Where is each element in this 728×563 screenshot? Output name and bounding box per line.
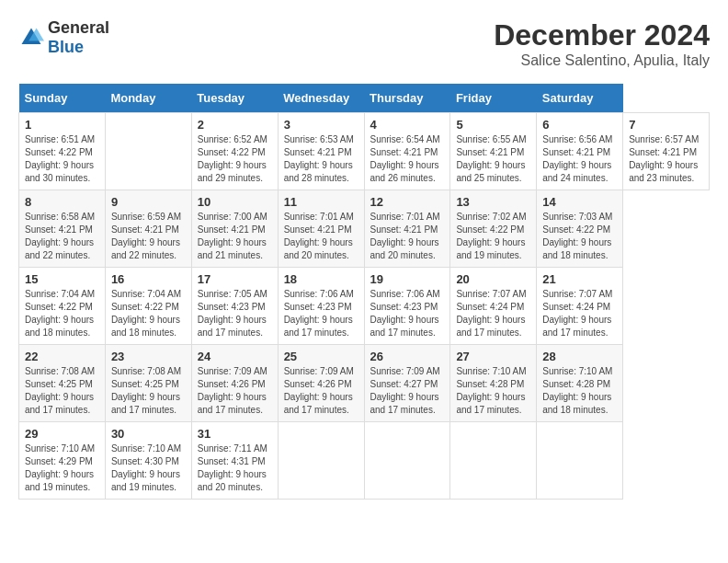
day-info: Sunrise: 6:53 AM Sunset: 4:21 PM Dayligh… bbox=[284, 133, 358, 185]
day-cell: 31 Sunrise: 7:11 AM Sunset: 4:31 PM Dayl… bbox=[191, 422, 278, 500]
day-cell: 12 Sunrise: 7:01 AM Sunset: 4:21 PM Dayl… bbox=[364, 190, 450, 268]
day-cell: 16 Sunrise: 7:04 AM Sunset: 4:22 PM Dayl… bbox=[105, 268, 191, 345]
day-info: Sunrise: 6:55 AM Sunset: 4:21 PM Dayligh… bbox=[456, 133, 530, 185]
calendar-week-row: 22 Sunrise: 7:08 AM Sunset: 4:25 PM Dayl… bbox=[19, 345, 710, 422]
day-cell: 20 Sunrise: 7:07 AM Sunset: 4:24 PM Dayl… bbox=[450, 268, 537, 345]
day-cell: 14 Sunrise: 7:03 AM Sunset: 4:22 PM Dayl… bbox=[537, 190, 623, 268]
day-info: Sunrise: 7:10 AM Sunset: 4:28 PM Dayligh… bbox=[542, 365, 617, 417]
empty-cell bbox=[364, 422, 450, 500]
calendar-table: SundayMondayTuesdayWednesdayThursdayFrid… bbox=[18, 84, 710, 500]
header: General Blue December 2024 Salice Salent… bbox=[18, 18, 710, 69]
day-number: 25 bbox=[284, 350, 358, 363]
day-info: Sunrise: 7:06 AM Sunset: 4:23 PM Dayligh… bbox=[284, 288, 358, 339]
day-info: Sunrise: 7:01 AM Sunset: 4:21 PM Dayligh… bbox=[370, 211, 445, 262]
weekday-header-saturday: Saturday bbox=[537, 84, 623, 113]
day-number: 17 bbox=[198, 272, 272, 286]
day-cell: 21 Sunrise: 7:07 AM Sunset: 4:24 PM Dayl… bbox=[537, 268, 623, 345]
day-cell: 15 Sunrise: 7:04 AM Sunset: 4:22 PM Dayl… bbox=[19, 268, 106, 345]
calendar-week-row: 29 Sunrise: 7:10 AM Sunset: 4:29 PM Dayl… bbox=[19, 422, 710, 500]
day-info: Sunrise: 6:52 AM Sunset: 4:22 PM Dayligh… bbox=[198, 133, 272, 185]
day-number: 30 bbox=[111, 427, 186, 441]
day-number: 7 bbox=[629, 118, 703, 132]
day-number: 14 bbox=[542, 195, 617, 209]
day-info: Sunrise: 6:57 AM Sunset: 4:21 PM Dayligh… bbox=[629, 133, 703, 185]
day-info: Sunrise: 7:01 AM Sunset: 4:21 PM Dayligh… bbox=[284, 211, 358, 262]
day-number: 4 bbox=[370, 118, 445, 132]
day-cell: 1 Sunrise: 6:51 AM Sunset: 4:22 PM Dayli… bbox=[19, 113, 106, 190]
day-info: Sunrise: 7:09 AM Sunset: 4:26 PM Dayligh… bbox=[284, 365, 358, 417]
title-area: December 2024 Salice Salentino, Apulia, … bbox=[494, 18, 710, 69]
day-cell: 4 Sunrise: 6:54 AM Sunset: 4:21 PM Dayli… bbox=[364, 113, 450, 190]
day-number: 15 bbox=[25, 272, 99, 286]
day-info: Sunrise: 7:00 AM Sunset: 4:21 PM Dayligh… bbox=[198, 211, 272, 262]
day-number: 1 bbox=[25, 118, 99, 132]
day-cell: 10 Sunrise: 7:00 AM Sunset: 4:21 PM Dayl… bbox=[191, 190, 278, 268]
day-cell: 3 Sunrise: 6:53 AM Sunset: 4:21 PM Dayli… bbox=[278, 113, 364, 190]
day-info: Sunrise: 6:58 AM Sunset: 4:21 PM Dayligh… bbox=[25, 211, 99, 262]
day-info: Sunrise: 7:07 AM Sunset: 4:24 PM Dayligh… bbox=[542, 288, 617, 339]
day-cell: 8 Sunrise: 6:58 AM Sunset: 4:21 PM Dayli… bbox=[19, 190, 106, 268]
day-info: Sunrise: 7:04 AM Sunset: 4:22 PM Dayligh… bbox=[25, 288, 99, 339]
day-cell: 6 Sunrise: 6:56 AM Sunset: 4:21 PM Dayli… bbox=[537, 113, 623, 190]
day-number: 19 bbox=[370, 272, 445, 286]
day-info: Sunrise: 7:09 AM Sunset: 4:27 PM Dayligh… bbox=[370, 365, 445, 417]
empty-cell bbox=[278, 422, 364, 500]
weekday-header-monday: Monday bbox=[105, 84, 191, 113]
logo-blue-text: Blue bbox=[48, 38, 84, 56]
day-cell: 11 Sunrise: 7:01 AM Sunset: 4:21 PM Dayl… bbox=[278, 190, 364, 268]
weekday-header-friday: Friday bbox=[450, 84, 537, 113]
day-number: 9 bbox=[111, 195, 186, 209]
day-cell: 2 Sunrise: 6:52 AM Sunset: 4:22 PM Dayli… bbox=[191, 113, 278, 190]
day-cell: 13 Sunrise: 7:02 AM Sunset: 4:22 PM Dayl… bbox=[450, 190, 537, 268]
day-number: 22 bbox=[25, 350, 99, 363]
day-number: 28 bbox=[542, 350, 617, 363]
day-number: 11 bbox=[284, 195, 358, 209]
day-number: 10 bbox=[198, 195, 272, 209]
day-info: Sunrise: 7:10 AM Sunset: 4:30 PM Dayligh… bbox=[111, 442, 186, 494]
calendar-week-row: 15 Sunrise: 7:04 AM Sunset: 4:22 PM Dayl… bbox=[19, 268, 710, 345]
day-cell: 22 Sunrise: 7:08 AM Sunset: 4:25 PM Dayl… bbox=[19, 345, 106, 422]
weekday-header-tuesday: Tuesday bbox=[191, 84, 278, 113]
day-number: 12 bbox=[370, 195, 445, 209]
day-info: Sunrise: 7:02 AM Sunset: 4:22 PM Dayligh… bbox=[456, 211, 530, 262]
day-number: 6 bbox=[542, 118, 617, 132]
day-number: 21 bbox=[542, 272, 617, 286]
weekday-header-sunday: Sunday bbox=[19, 84, 106, 113]
day-info: Sunrise: 6:56 AM Sunset: 4:21 PM Dayligh… bbox=[542, 133, 617, 185]
day-info: Sunrise: 7:07 AM Sunset: 4:24 PM Dayligh… bbox=[456, 288, 530, 339]
day-cell: 9 Sunrise: 6:59 AM Sunset: 4:21 PM Dayli… bbox=[105, 190, 191, 268]
weekday-header-thursday: Thursday bbox=[364, 84, 450, 113]
day-cell: 24 Sunrise: 7:09 AM Sunset: 4:26 PM Dayl… bbox=[191, 345, 278, 422]
day-info: Sunrise: 7:04 AM Sunset: 4:22 PM Dayligh… bbox=[111, 288, 186, 339]
location-title: Salice Salentino, Apulia, Italy bbox=[494, 52, 710, 69]
day-info: Sunrise: 6:51 AM Sunset: 4:22 PM Dayligh… bbox=[25, 133, 99, 185]
logo: General Blue bbox=[18, 18, 109, 57]
day-cell: 27 Sunrise: 7:10 AM Sunset: 4:28 PM Dayl… bbox=[450, 345, 537, 422]
day-info: Sunrise: 7:10 AM Sunset: 4:28 PM Dayligh… bbox=[456, 365, 530, 417]
day-cell: 19 Sunrise: 7:06 AM Sunset: 4:23 PM Dayl… bbox=[364, 268, 450, 345]
day-info: Sunrise: 7:03 AM Sunset: 4:22 PM Dayligh… bbox=[542, 211, 617, 262]
calendar-week-row: 8 Sunrise: 6:58 AM Sunset: 4:21 PM Dayli… bbox=[19, 190, 710, 268]
day-info: Sunrise: 7:11 AM Sunset: 4:31 PM Dayligh… bbox=[198, 442, 272, 494]
calendar-week-row: 1 Sunrise: 6:51 AM Sunset: 4:22 PM Dayli… bbox=[19, 113, 710, 190]
day-info: Sunrise: 6:54 AM Sunset: 4:21 PM Dayligh… bbox=[370, 133, 445, 185]
day-number: 5 bbox=[456, 118, 530, 132]
day-info: Sunrise: 7:10 AM Sunset: 4:29 PM Dayligh… bbox=[25, 442, 99, 494]
day-cell: 17 Sunrise: 7:05 AM Sunset: 4:23 PM Dayl… bbox=[191, 268, 278, 345]
day-number: 16 bbox=[111, 272, 186, 286]
day-info: Sunrise: 7:09 AM Sunset: 4:26 PM Dayligh… bbox=[198, 365, 272, 417]
day-number: 26 bbox=[370, 350, 445, 363]
logo-general-text: General bbox=[48, 18, 109, 37]
day-info: Sunrise: 6:59 AM Sunset: 4:21 PM Dayligh… bbox=[111, 211, 186, 262]
day-cell: 29 Sunrise: 7:10 AM Sunset: 4:29 PM Dayl… bbox=[19, 422, 106, 500]
empty-cell bbox=[450, 422, 537, 500]
day-cell: 7 Sunrise: 6:57 AM Sunset: 4:21 PM Dayli… bbox=[623, 113, 710, 190]
day-cell: 26 Sunrise: 7:09 AM Sunset: 4:27 PM Dayl… bbox=[364, 345, 450, 422]
day-info: Sunrise: 7:08 AM Sunset: 4:25 PM Dayligh… bbox=[25, 365, 99, 417]
month-title: December 2024 bbox=[494, 18, 710, 52]
day-number: 3 bbox=[284, 118, 358, 132]
day-info: Sunrise: 7:05 AM Sunset: 4:23 PM Dayligh… bbox=[198, 288, 272, 339]
day-cell: 5 Sunrise: 6:55 AM Sunset: 4:21 PM Dayli… bbox=[450, 113, 537, 190]
day-cell: 23 Sunrise: 7:08 AM Sunset: 4:25 PM Dayl… bbox=[105, 345, 191, 422]
weekday-header-row: SundayMondayTuesdayWednesdayThursdayFrid… bbox=[19, 84, 710, 113]
